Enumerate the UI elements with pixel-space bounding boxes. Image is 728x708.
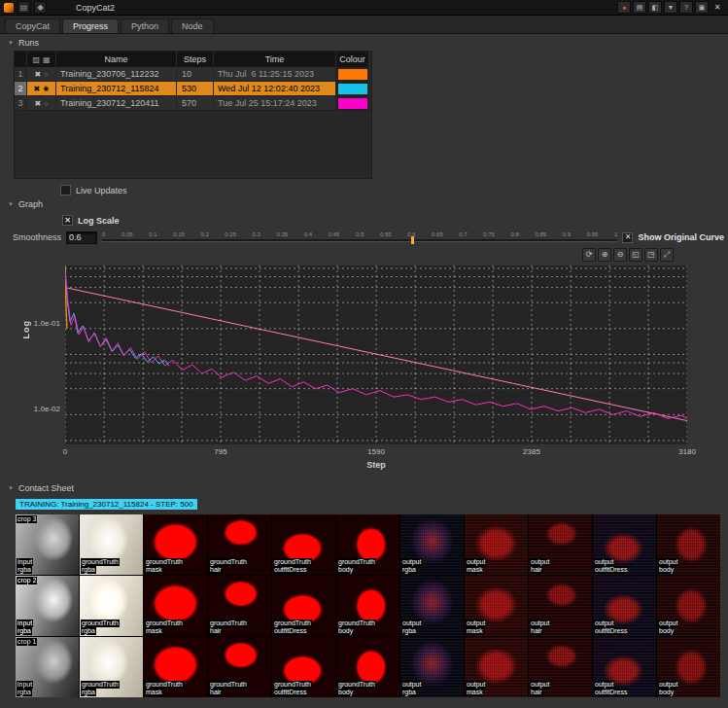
- tab-python[interactable]: Python: [121, 18, 169, 33]
- cell-label: body: [337, 627, 354, 635]
- diamond-icon[interactable]: ◆: [34, 1, 47, 14]
- cell-label: output: [530, 681, 550, 689]
- cell-caption: groundTruthmask: [145, 558, 184, 574]
- cell-label: output: [466, 681, 486, 689]
- tab-progress[interactable]: Progress: [62, 18, 119, 33]
- header-cell-icons: ▨ ▦: [27, 52, 56, 67]
- cell-label: groundTruth: [145, 558, 184, 566]
- run-colour-swatch[interactable]: [338, 69, 367, 80]
- contact-sheet-cell: groundTruthrgba: [80, 576, 143, 636]
- runs-section-header[interactable]: ▼ Runs: [0, 34, 728, 51]
- show-original-checkbox[interactable]: [622, 232, 633, 243]
- cell-label: rgba: [17, 627, 32, 635]
- cell-label: output: [594, 681, 614, 689]
- smoothness-value-field[interactable]: 0.6: [66, 231, 97, 244]
- contact-sheet-cell: crop 3inputrgba: [16, 514, 79, 575]
- run-name: Training_230706_112232: [56, 67, 177, 81]
- float-window-button[interactable]: ▣: [695, 1, 709, 14]
- snapshot-button[interactable]: ◧: [648, 1, 662, 14]
- header-cell-colour[interactable]: Colour: [336, 52, 369, 67]
- contact-sheet-section-header[interactable]: ▼ Contact Sheet: [0, 479, 728, 496]
- header-cell-name[interactable]: Name: [56, 52, 177, 67]
- help-button[interactable]: ?: [679, 1, 693, 14]
- contact-sheet-cell: groundTruthrgba: [80, 514, 143, 575]
- run-colour-swatch[interactable]: [338, 84, 367, 94]
- cell-caption: outputbody: [658, 620, 678, 635]
- cell-label: hair: [209, 627, 223, 635]
- layers-button[interactable]: ▤: [633, 1, 646, 14]
- cell-label: outfitDress: [273, 689, 307, 696]
- cell-label: hair: [530, 689, 543, 696]
- remove-run-icon[interactable]: ✖: [35, 99, 42, 108]
- collapse-triangle-icon[interactable]: ▼: [8, 40, 14, 46]
- graph-tool-zoom-out-icon[interactable]: ⊖: [613, 248, 627, 262]
- graph-tool-expand-icon[interactable]: ⤢: [660, 248, 674, 262]
- plot-area[interactable]: [65, 266, 687, 444]
- graph-tool-zoom-in-icon[interactable]: ⊕: [598, 248, 611, 262]
- active-run-icon[interactable]: ◉: [43, 85, 49, 92]
- record-button[interactable]: ●: [617, 1, 631, 14]
- collapse-triangle-icon[interactable]: ▼: [8, 485, 14, 491]
- remove-run-icon[interactable]: ✖: [34, 85, 41, 93]
- cell-label: groundTruth: [337, 620, 376, 627]
- scribble-icon[interactable]: ▨: [32, 55, 40, 64]
- cell-caption: outputoutfitDress: [594, 558, 628, 574]
- slider-tick-label: 0.2: [200, 231, 208, 237]
- header-cell-time[interactable]: Time: [214, 52, 336, 67]
- contact-sheet-cell: groundTruthhair: [208, 576, 271, 636]
- close-button[interactable]: ✕: [711, 1, 724, 14]
- cell-caption: groundTruthmask: [145, 620, 184, 635]
- runs-table-row[interactable]: 1✖○Training_230706_11223210Thu Jul 6 11:…: [15, 67, 371, 82]
- cell-label: output: [466, 558, 486, 566]
- contact-sheet-cell: outputmask: [465, 514, 528, 575]
- header-cell-steps[interactable]: Steps: [177, 52, 214, 67]
- bookmark-button[interactable]: ▼: [664, 1, 677, 14]
- run-colour-swatch[interactable]: [338, 98, 367, 109]
- live-updates-checkbox[interactable]: [60, 185, 71, 195]
- cell-label: output: [594, 558, 614, 566]
- graph-panel: Log Scale Smoothness 0.6 00.050.10.150.2…: [0, 215, 728, 479]
- log-scale-checkbox[interactable]: [62, 215, 73, 226]
- slider-tick-label: 0.15: [173, 231, 185, 237]
- tab-node[interactable]: Node: [171, 18, 214, 33]
- cell-caption: outputbody: [658, 681, 678, 696]
- slider-handle[interactable]: [411, 236, 414, 244]
- x-tick-label: 1590: [367, 447, 385, 456]
- graph-tool-frame-selected-icon[interactable]: ◳: [644, 248, 658, 262]
- cell-caption: outputhair: [530, 681, 550, 696]
- cell-label: groundTruth: [145, 681, 184, 689]
- contact-sheet-cell: groundTruthbody: [336, 637, 399, 697]
- y-tick-label: 1.0e-01: [19, 319, 60, 328]
- active-run-icon[interactable]: ○: [44, 71, 48, 78]
- titlebar: ▤ ◆ CopyCat2 ●▤◧▼?▣✕: [0, 0, 728, 16]
- cell-label: body: [337, 689, 354, 696]
- graph-section-header[interactable]: ▼ Graph: [0, 195, 728, 212]
- run-colour-cell: [336, 67, 369, 81]
- smoothness-slider[interactable]: 00.050.10.150.20.250.30.350.40.450.50.55…: [102, 230, 617, 244]
- stack-icon[interactable]: ▤: [17, 1, 30, 14]
- graph-toolbar: ⟳⊕⊖◱◳⤢: [0, 248, 674, 262]
- cell-label: output: [658, 558, 678, 566]
- tab-copycat[interactable]: CopyCat: [5, 18, 60, 33]
- contact-sheet-cell: groundTruthmask: [144, 514, 207, 575]
- smoothness-ticks: 00.050.10.150.20.250.30.350.40.450.50.55…: [102, 231, 617, 237]
- contact-sheet-cell: groundTruthoutfitDress: [272, 637, 335, 697]
- contact-sheet-cell: outputoutfitDress: [593, 637, 656, 697]
- runs-table-row[interactable]: 2✖◉Training_230712_115824530Wed Jul 12 1…: [15, 82, 371, 96]
- graph-tool-frame-all-icon[interactable]: ◱: [629, 248, 642, 262]
- cell-label: outfitDress: [594, 627, 628, 635]
- collapse-triangle-icon[interactable]: ▼: [8, 201, 14, 207]
- cell-label: body: [658, 627, 675, 635]
- slider-tick-label: 0.1: [149, 231, 156, 237]
- active-run-icon[interactable]: ○: [44, 100, 48, 107]
- remove-run-icon[interactable]: ✖: [35, 70, 42, 79]
- graph-tool-reset-icon[interactable]: ⟳: [582, 248, 596, 262]
- cell-label: body: [658, 689, 675, 696]
- contact-sheet-cell: outputrgba: [400, 514, 464, 575]
- log-scale-row: Log Scale: [62, 215, 728, 226]
- runs-table-row[interactable]: 3✖○Training_230712_120411570Tue Jul 25 1…: [15, 96, 371, 111]
- cell-label: groundTruth: [145, 620, 184, 627]
- node-color-chip[interactable]: [4, 3, 14, 13]
- cell-label: rgba: [401, 627, 417, 635]
- grid-icon[interactable]: ▦: [43, 55, 51, 64]
